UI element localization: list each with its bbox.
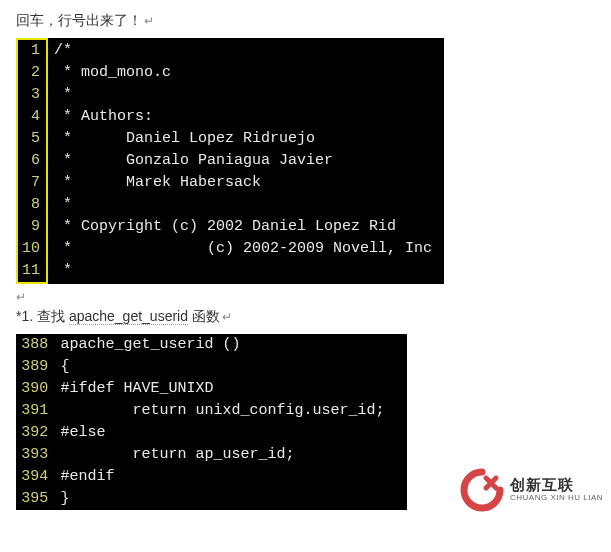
- code-line: return ap_user_id;: [54, 444, 407, 466]
- code-line: return unixd_config.user_id;: [54, 400, 407, 422]
- code-line: * (c) 2002-2009 Novell, Inc: [47, 238, 443, 260]
- code-row: 9 * Copyright (c) 2002 Daniel Lopez Rid: [17, 216, 443, 238]
- code-row: 2 * mod_mono.c: [17, 62, 443, 84]
- crlf-mark: ↵: [222, 310, 232, 324]
- code-row: 1/*: [17, 39, 443, 62]
- intro-text-2-suffix: 函数: [188, 308, 220, 324]
- code-row: 4 * Authors:: [17, 106, 443, 128]
- code-row: 8 *: [17, 194, 443, 216]
- code-row: 391 return unixd_config.user_id;: [16, 400, 407, 422]
- code-row: 5 * Daniel Lopez Ridruejo: [17, 128, 443, 150]
- code-row: 395}: [16, 488, 407, 510]
- code-block-1: 1/* 2 * mod_mono.c 3 * 4 * Authors: 5 * …: [16, 38, 444, 284]
- line-number: 1: [17, 39, 47, 62]
- line-number: 394: [16, 466, 54, 488]
- line-number: 10: [17, 238, 47, 260]
- code-line: * Copyright (c) 2002 Daniel Lopez Rid: [47, 216, 443, 238]
- code-row: 3 *: [17, 84, 443, 106]
- code-row: 11 *: [17, 260, 443, 283]
- code-row: 7 * Marek Habersack: [17, 172, 443, 194]
- logo-text: 创新互联 CHUANG XIN HU LIAN: [510, 477, 603, 502]
- line-number: 6: [17, 150, 47, 172]
- logo-text-pinyin: CHUANG XIN HU LIAN: [510, 494, 603, 503]
- code-line: *: [47, 194, 443, 216]
- code-line: }: [54, 488, 407, 510]
- line-number: 395: [16, 488, 54, 510]
- line-number: 4: [17, 106, 47, 128]
- line-number: 388: [16, 334, 54, 356]
- intro-line-1: 回车，行号出来了！↵: [16, 12, 595, 30]
- code-line: *: [47, 260, 443, 283]
- intro-text-1: 回车，行号出来了！: [16, 12, 142, 28]
- code-line: *: [47, 84, 443, 106]
- line-number: 7: [17, 172, 47, 194]
- line-number: 392: [16, 422, 54, 444]
- crlf-mark: ↵: [144, 14, 154, 28]
- logo-text-cn: 创新互联: [510, 477, 603, 494]
- code-row: 389{: [16, 356, 407, 378]
- line-number: 3: [17, 84, 47, 106]
- code-row: 393 return ap_user_id;: [16, 444, 407, 466]
- code-row: 390#ifdef HAVE_UNIXD: [16, 378, 407, 400]
- code-row: 10 * (c) 2002-2009 Novell, Inc: [17, 238, 443, 260]
- code-row: 388apache_get_userid (): [16, 334, 407, 356]
- intro-line-2: *1. 查找 apache_get_userid 函数↵: [16, 308, 595, 326]
- line-number: 390: [16, 378, 54, 400]
- line-number: 8: [17, 194, 47, 216]
- line-number: 2: [17, 62, 47, 84]
- code-line: {: [54, 356, 407, 378]
- code-line: apache_get_userid (): [54, 334, 407, 356]
- line-number: 391: [16, 400, 54, 422]
- code-line: * Marek Habersack: [47, 172, 443, 194]
- code-line: #else: [54, 422, 407, 444]
- line-number: 389: [16, 356, 54, 378]
- code-row: 392#else: [16, 422, 407, 444]
- logo-mark-icon: [460, 468, 504, 512]
- code-row: 394#endif: [16, 466, 407, 488]
- code-line: #ifdef HAVE_UNIXD: [54, 378, 407, 400]
- brand-logo: 创新互联 CHUANG XIN HU LIAN: [460, 468, 603, 512]
- code-line: * Daniel Lopez Ridruejo: [47, 128, 443, 150]
- code-block-2: 388apache_get_userid () 389{ 390#ifdef H…: [16, 334, 407, 510]
- line-number: 393: [16, 444, 54, 466]
- code-row: 6 * Gonzalo Paniagua Javier: [17, 150, 443, 172]
- code-line: /*: [47, 39, 443, 62]
- code-line: * Authors:: [47, 106, 443, 128]
- code-line: * mod_mono.c: [47, 62, 443, 84]
- line-number: 9: [17, 216, 47, 238]
- line-number: 11: [17, 260, 47, 283]
- line-number: 5: [17, 128, 47, 150]
- code-line: #endif: [54, 466, 407, 488]
- intro-text-2-prefix: *1. 查找: [16, 308, 69, 324]
- code-line: * Gonzalo Paniagua Javier: [47, 150, 443, 172]
- paragraph-break: ↵: [16, 290, 595, 304]
- function-name: apache_get_userid: [69, 308, 188, 325]
